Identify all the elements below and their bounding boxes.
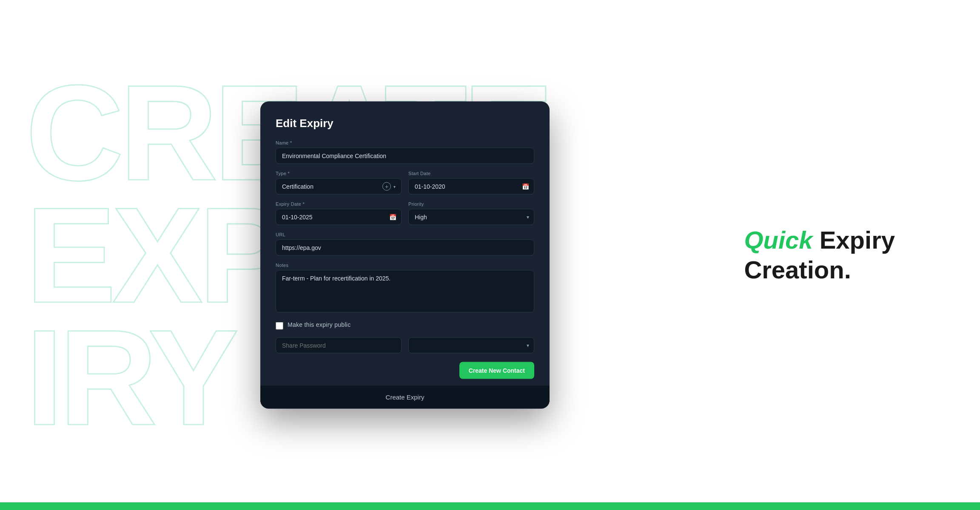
expiry-date-input[interactable] xyxy=(276,209,402,225)
type-input-wrapper: + ▾ xyxy=(276,178,402,195)
share-row: ▾ xyxy=(276,337,534,354)
share-password-group xyxy=(276,337,402,354)
start-date-label: Start Date xyxy=(408,171,534,176)
public-checkbox-label[interactable]: Make this expiry public xyxy=(288,321,351,328)
name-label: Name * xyxy=(276,140,534,145)
create-contact-row: Create New Contact xyxy=(276,362,534,379)
type-label: Type * xyxy=(276,171,402,176)
start-date-input[interactable] xyxy=(408,178,534,195)
create-new-contact-button[interactable]: Create New Contact xyxy=(459,362,534,379)
modal-footer: Create Expiry xyxy=(260,386,550,409)
start-date-field-group: Start Date 📅 xyxy=(408,171,534,195)
url-input[interactable] xyxy=(276,240,534,256)
expirydate-priority-row: Expiry Date * 📅 Priority Low Medium High… xyxy=(276,201,534,225)
expiry-date-wrapper: 📅 xyxy=(276,209,402,225)
url-field-group: URL xyxy=(276,232,534,256)
tagline-italic: Quick xyxy=(744,226,812,254)
public-checkbox-section: Make this expiry public xyxy=(276,321,534,331)
type-field-group: Type * + ▾ xyxy=(276,171,402,195)
start-date-wrapper: 📅 xyxy=(408,178,534,195)
share-select-wrapper: ▾ xyxy=(408,337,534,354)
watermark-line-2: EXP xyxy=(26,194,285,316)
notes-field-group: Notes Far-term - Plan for recertificatio… xyxy=(276,263,534,314)
share-select-group: ▾ xyxy=(408,337,534,354)
name-field-group: Name * xyxy=(276,140,534,164)
tagline: Quick ExpiryCreation. xyxy=(744,225,895,284)
tagline-text: Quick ExpiryCreation. xyxy=(744,225,895,284)
type-icons[interactable]: + ▾ xyxy=(382,182,396,191)
notes-label: Notes xyxy=(276,263,534,268)
share-select[interactable] xyxy=(408,337,534,354)
priority-field-group: Priority Low Medium High Critical ▾ xyxy=(408,201,534,225)
expiry-date-field-group: Expiry Date * 📅 xyxy=(276,201,402,225)
add-type-icon[interactable]: + xyxy=(382,182,391,191)
priority-select[interactable]: Low Medium High Critical xyxy=(408,209,534,225)
name-input[interactable] xyxy=(276,148,534,164)
watermark-line-3: IRY xyxy=(26,316,235,439)
public-checkbox[interactable] xyxy=(276,322,283,330)
priority-label: Priority xyxy=(408,201,534,207)
notes-textarea[interactable]: Far-term - Plan for recertification in 2… xyxy=(276,270,534,313)
priority-select-wrapper: Low Medium High Critical ▾ xyxy=(408,209,534,225)
share-password-input[interactable] xyxy=(276,337,402,354)
url-label: URL xyxy=(276,232,534,237)
type-startdate-row: Type * + ▾ Start Date 📅 xyxy=(276,171,534,195)
modal-container: Edit Expiry Name * Type * + ▾ xyxy=(260,102,550,409)
expiry-date-label: Expiry Date * xyxy=(276,201,402,207)
chevron-down-icon[interactable]: ▾ xyxy=(393,184,396,189)
bottom-bar xyxy=(0,502,980,510)
create-expiry-button[interactable]: Create Expiry xyxy=(276,394,534,401)
edit-expiry-modal: Edit Expiry Name * Type * + ▾ xyxy=(260,102,550,409)
modal-title: Edit Expiry xyxy=(276,117,534,130)
